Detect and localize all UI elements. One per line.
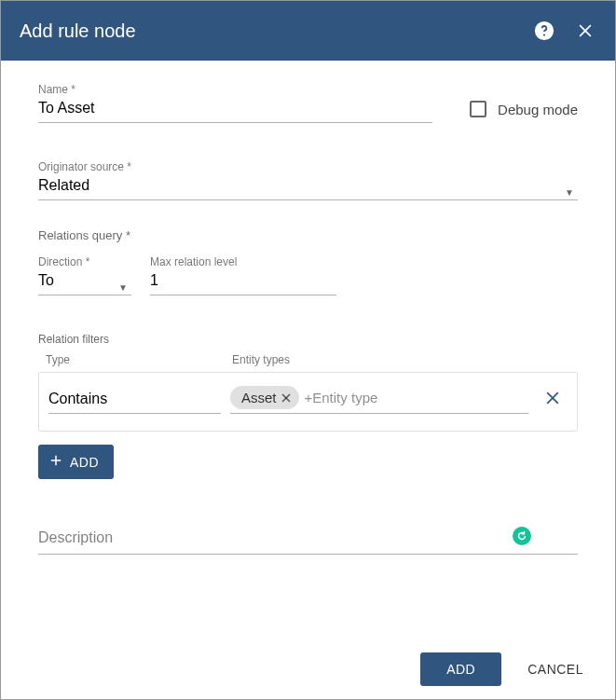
relations-query-label: Relations query *: [38, 228, 578, 242]
close-icon[interactable]: [574, 20, 596, 42]
svg-point-1: [543, 34, 545, 35]
originator-source-label: Originator source *: [38, 160, 578, 173]
relation-filters-label: Relation filters: [38, 333, 578, 346]
name-input[interactable]: [38, 96, 432, 123]
help-icon[interactable]: [533, 20, 555, 42]
direction-label: Direction *: [38, 255, 131, 268]
dialog-footer: ADD CANCEL: [1, 639, 615, 699]
chip-remove-icon[interactable]: [279, 391, 294, 405]
grammarly-icon[interactable]: [513, 527, 531, 545]
debug-mode-checkbox[interactable]: [470, 101, 486, 117]
name-label: Name *: [38, 83, 432, 96]
add-rule-node-dialog: Add rule node Name *: [0, 0, 616, 700]
debug-mode-label: Debug mode: [498, 102, 578, 117]
entity-type-chip: Asset: [230, 386, 299, 409]
max-relation-level-input[interactable]: [150, 268, 336, 295]
chip-label: Asset: [241, 390, 277, 405]
originator-source-select[interactable]: [38, 173, 578, 200]
dialog-title: Add rule node: [20, 21, 514, 42]
add-filter-button[interactable]: ADD: [38, 445, 114, 479]
entity-type-input[interactable]: [299, 386, 528, 409]
remove-filter-icon[interactable]: [538, 389, 568, 411]
relation-filter-row: Asset: [38, 372, 578, 432]
plus-icon: [48, 452, 64, 472]
add-filter-label: ADD: [70, 455, 99, 470]
dialog-header: Add rule node: [1, 1, 615, 61]
dialog-content-scroll[interactable]: Name * Debug mode Originator source * ▼ …: [1, 61, 615, 639]
entity-types-field[interactable]: Asset: [230, 386, 528, 414]
max-relation-level-label: Max relation level: [150, 255, 336, 268]
description-input[interactable]: [38, 526, 578, 555]
dialog-content: Name * Debug mode Originator source * ▼ …: [1, 61, 615, 577]
cancel-button[interactable]: CANCEL: [524, 652, 587, 686]
filter-header-type: Type: [46, 353, 232, 366]
direction-select[interactable]: [38, 268, 131, 295]
filter-type-input[interactable]: [48, 387, 221, 414]
filter-header-entity-types: Entity types: [232, 353, 570, 366]
add-button[interactable]: ADD: [420, 652, 501, 686]
